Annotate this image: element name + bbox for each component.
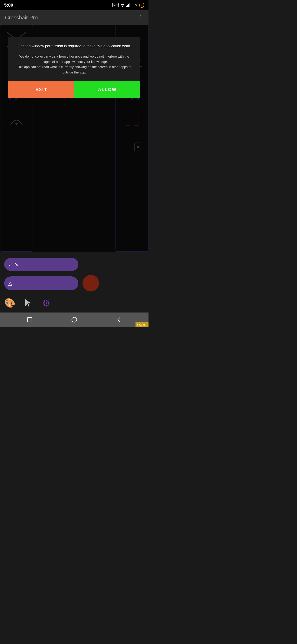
main-content: Floating window permission is required t… [0, 25, 148, 252]
svg-text:Vo: Vo [113, 4, 115, 6]
svg-text:LTE: LTE [115, 4, 119, 6]
expand-icon: ⤢ [8, 262, 12, 267]
scale-row: △ [4, 275, 144, 292]
svg-rect-38 [27, 318, 32, 322]
expand-slider[interactable]: ⤢ ⤡ [4, 258, 78, 271]
dialog-overlay: Floating window permission is required t… [0, 25, 148, 252]
status-bar: 5:00 Vo LTE 52% + [0, 0, 148, 10]
expand-icon-2: ⤡ [14, 262, 18, 267]
nav-square-button[interactable] [26, 316, 33, 324]
overflow-menu-button[interactable]: ⋮ [138, 14, 144, 21]
allow-button[interactable]: ALLOW [74, 81, 140, 98]
svg-point-39 [72, 317, 77, 322]
toggle-button[interactable] [82, 275, 99, 292]
watermark: 952.NET [135, 322, 148, 327]
nav-bar [0, 312, 148, 327]
palette-icon[interactable]: 🎨 [4, 298, 15, 308]
svg-point-5 [122, 6, 123, 7]
battery-icon: + [139, 2, 144, 8]
scale-icon: △ [8, 280, 12, 286]
svg-text:+: + [141, 4, 142, 6]
app-title: Crosshair Pro [5, 14, 38, 21]
expand-slider-row: ⤢ ⤡ [4, 258, 144, 271]
dialog-main-text: Floating window permission is required t… [14, 43, 134, 49]
nav-back-button[interactable] [115, 316, 122, 324]
volte-icon: Vo LTE [113, 3, 119, 8]
status-time: 5:00 [4, 2, 13, 8]
status-icons: Vo LTE 52% + [113, 2, 144, 8]
battery-percent: 52% [132, 3, 138, 7]
svg-rect-9 [129, 3, 130, 7]
dialog-buttons: EXIT ALLOW [8, 81, 140, 98]
wifi-icon [120, 3, 125, 7]
cursor-icon [24, 298, 34, 308]
settings-icon[interactable]: ⚙ [42, 298, 50, 308]
svg-rect-6 [126, 6, 127, 7]
nav-home-button[interactable] [70, 316, 78, 324]
permission-dialog: Floating window permission is required t… [8, 37, 140, 98]
bottom-toolbar: 🎨 ⚙ [4, 296, 144, 310]
app-header: Crosshair Pro ⋮ [0, 10, 148, 25]
svg-rect-7 [127, 5, 128, 7]
scale-slider[interactable]: △ [4, 276, 78, 290]
svg-marker-37 [25, 299, 31, 307]
svg-rect-8 [128, 4, 129, 7]
exit-button[interactable]: EXIT [8, 81, 74, 98]
battery-indicator: 52% + [132, 2, 144, 8]
signal-icon [126, 3, 130, 7]
dialog-secondary-text: We do not collect any data from other ap… [14, 54, 134, 75]
bottom-controls: ⤢ ⤡ △ 🎨 ⚙ [0, 252, 148, 312]
